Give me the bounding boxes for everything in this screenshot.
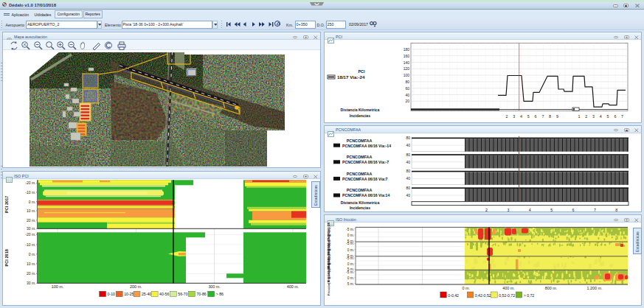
svg-text:Incidencias: Incidencias — [350, 206, 370, 210]
svg-text:> 86: > 86 — [216, 292, 224, 296]
svg-text:> 0,72: > 0,72 — [524, 293, 535, 298]
svg-text:40: 40 — [406, 176, 410, 181]
svg-text:100 m.: 100 m. — [52, 284, 63, 289]
svg-text:Distancia Kilometrica: Distancia Kilometrica — [341, 108, 380, 112]
svg-text:-10 m.: -10 m. — [25, 190, 35, 195]
svg-text:56-70: 56-70 — [178, 292, 187, 296]
svg-text:PCNCOMFAA: PCNCOMFAA — [347, 188, 373, 192]
svg-text:7: 7 — [541, 114, 544, 119]
svg-text:PCNCOMFAA 06/16 Vía:-7: PCNCOMFAA 06/16 Vía:-7 — [342, 160, 389, 164]
svg-text:0 m.: 0 m. — [29, 252, 36, 256]
svg-text:3: 3 — [513, 114, 515, 119]
svg-text:60: 60 — [405, 86, 409, 91]
svg-text:6: 6 — [572, 207, 575, 211]
svg-text:PCNCOMFAA: PCNCOMFAA — [347, 138, 373, 142]
svg-text:-20 m.: -20 m. — [25, 181, 35, 186]
svg-text:10-25: 10-25 — [124, 292, 134, 296]
svg-text:6: 6 — [535, 114, 537, 119]
svg-text:400 m.: 400 m. — [502, 286, 514, 290]
svg-text:PCI 2018: PCI 2018 — [4, 249, 9, 266]
svg-text:7: 7 — [621, 114, 623, 119]
svg-text:-10 m.: -10 m. — [25, 242, 35, 247]
svg-text:30 m.: 30 m. — [27, 281, 35, 285]
svg-text:120: 120 — [404, 66, 410, 71]
svg-text:5: 5 — [527, 114, 530, 119]
svg-text:25-40: 25-40 — [142, 292, 151, 296]
svg-text:80: 80 — [406, 152, 410, 156]
svg-text:PCNCOMFAA 06/16 Vía:-14: PCNCOMFAA 06/16 Vía:-14 — [342, 143, 391, 147]
svg-text:7: 7 — [594, 207, 596, 211]
svg-text:PCNCOMFAA 06/16 Vía:7: PCNCOMFAA 06/16 Vía:7 — [342, 177, 388, 181]
svg-text:80: 80 — [405, 80, 409, 84]
svg-text:10 m.: 10 m. — [27, 262, 35, 266]
svg-text:40: 40 — [405, 93, 409, 97]
svg-text:1: 1 — [578, 114, 581, 119]
svg-text:4: 4 — [520, 114, 522, 119]
svg-text:2: 2 — [506, 114, 508, 119]
svg-text:PCNCOMFAA: PCNCOMFAA — [347, 155, 373, 159]
svg-text:9: 9 — [556, 114, 558, 119]
svg-text:-5 m.: -5 m. — [346, 256, 354, 260]
svg-text:4: 4 — [600, 114, 602, 119]
svg-text:PCI: PCI — [359, 69, 365, 74]
svg-text:0-10: 0-10 — [108, 292, 115, 296]
svg-text:40: 40 — [406, 159, 410, 164]
svg-text:2: 2 — [585, 114, 587, 119]
svg-text:PCNCOMFAA: PCNCOMFAA — [347, 172, 373, 176]
svg-text:40: 40 — [406, 193, 410, 197]
svg-text:800 m.: 800 m. — [545, 286, 557, 290]
svg-text:PCI 2017: PCI 2017 — [4, 196, 9, 213]
svg-text:40-56: 40-56 — [159, 292, 169, 296]
svg-text:140: 140 — [404, 60, 410, 65]
svg-text:100: 100 — [404, 73, 410, 77]
svg-text:Fricción[Fr.][GN].[DN][%]: Fricción[Fr.][GN].[DN][%] — [327, 259, 330, 295]
svg-text:18/17 Vía:-24: 18/17 Vía:-24 — [337, 74, 365, 80]
svg-text:20: 20 — [405, 99, 409, 103]
svg-text:-5 m.: -5 m. — [346, 228, 354, 231]
svg-text:8: 8 — [615, 207, 617, 211]
svg-text:0 m.: 0 m. — [462, 286, 469, 290]
svg-text:0 m.: 0 m. — [347, 248, 354, 252]
svg-text:Incidencias: Incidencias — [350, 113, 370, 118]
svg-text:160: 160 — [404, 54, 410, 58]
svg-text:5: 5 — [607, 114, 609, 119]
svg-text:200 m.: 200 m. — [130, 284, 142, 289]
svg-text:0 m.: 0 m. — [347, 262, 354, 266]
svg-text:0,52-0,72: 0,52-0,72 — [499, 293, 515, 298]
svg-text:20 m.: 20 m. — [27, 218, 35, 223]
svg-text:8: 8 — [549, 114, 551, 119]
svg-text:80: 80 — [406, 136, 410, 140]
svg-text:-20 m.: -20 m. — [25, 232, 35, 237]
svg-text:20 m.: 20 m. — [27, 271, 35, 276]
svg-text:3: 3 — [507, 207, 509, 211]
svg-text:180: 180 — [404, 47, 410, 52]
svg-text:0-0,42: 0-0,42 — [448, 293, 459, 298]
svg-text:400 m.: 400 m. — [287, 284, 299, 289]
svg-text:Distancia Kilometrica: Distancia Kilometrica — [341, 200, 380, 204]
svg-text:0 m.: 0 m. — [29, 200, 36, 204]
svg-text:1.200 m.: 1.200 m. — [587, 286, 603, 290]
svg-text:0,42-0,52: 0,42-0,52 — [475, 293, 491, 298]
svg-text:4: 4 — [529, 207, 531, 211]
svg-text:-5 m.: -5 m. — [346, 242, 354, 245]
svg-text:70-86: 70-86 — [196, 292, 206, 296]
svg-text:0 m.: 0 m. — [347, 276, 354, 280]
svg-text:40: 40 — [406, 143, 410, 147]
svg-text:PCNCOMFAA 06/16 Vía:14: PCNCOMFAA 06/16 Vía:14 — [342, 193, 390, 197]
svg-text:5: 5 — [550, 207, 553, 211]
svg-text:80: 80 — [406, 169, 410, 173]
svg-text:300 m.: 300 m. — [208, 284, 220, 289]
svg-text:2: 2 — [485, 207, 488, 211]
svg-text:0 m.: 0 m. — [347, 234, 354, 237]
svg-text:30 m.: 30 m. — [27, 226, 35, 231]
svg-text:3: 3 — [592, 114, 595, 119]
svg-text:80: 80 — [406, 186, 410, 190]
svg-text:6: 6 — [614, 114, 616, 119]
svg-text:-5 m.: -5 m. — [346, 270, 354, 274]
svg-text:5 m.: 5 m. — [347, 282, 354, 286]
svg-text:10 m.: 10 m. — [27, 209, 35, 213]
